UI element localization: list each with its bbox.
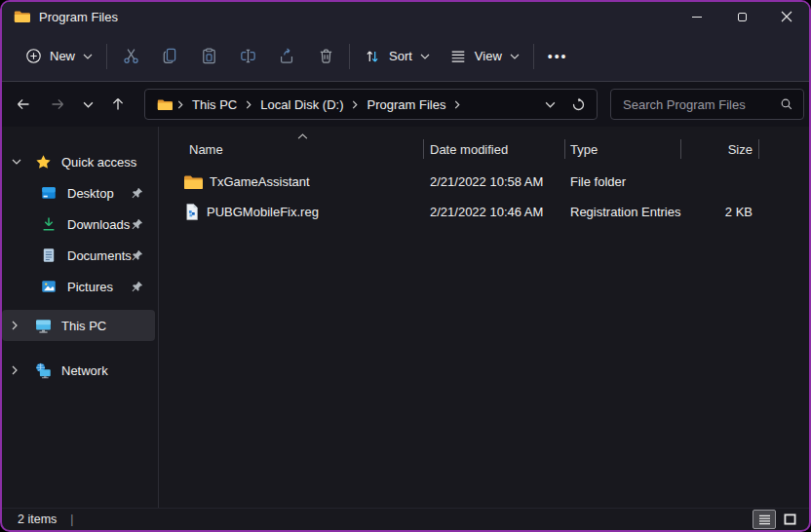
address-dropdown-button[interactable] bbox=[542, 101, 559, 108]
chevron-right-icon[interactable] bbox=[243, 100, 254, 109]
copy-button[interactable] bbox=[150, 40, 189, 73]
sidebar-item-network[interactable]: Network bbox=[2, 355, 155, 386]
breadcrumb-program-files[interactable]: Program Files bbox=[361, 95, 451, 115]
minimize-icon bbox=[692, 17, 702, 18]
refresh-button[interactable] bbox=[568, 97, 589, 112]
file-list: Name Date modified Type Size TxGameAssis… bbox=[159, 127, 809, 508]
sidebar-item-quick-access[interactable]: Quick access bbox=[2, 146, 155, 177]
sidebar-item-label: Downloads bbox=[67, 217, 130, 232]
window-title: Program Files bbox=[39, 10, 118, 24]
chevron-right-icon[interactable] bbox=[174, 100, 186, 109]
toolbar-separator bbox=[533, 44, 534, 69]
share-icon bbox=[278, 47, 296, 65]
file-type: File folder bbox=[565, 174, 681, 189]
sidebar-item-label: Network bbox=[61, 363, 108, 378]
cut-button[interactable] bbox=[111, 40, 150, 73]
maximize-button[interactable] bbox=[719, 2, 764, 31]
sidebar-item-documents[interactable]: Documents bbox=[2, 240, 155, 271]
network-icon bbox=[33, 361, 53, 380]
sidebar: Quick access Desktop Downloads Documents… bbox=[2, 127, 158, 508]
downloads-icon bbox=[39, 214, 58, 234]
sidebar-item-label: Documents bbox=[67, 248, 132, 263]
chevron-down-icon bbox=[83, 101, 94, 108]
sidebar-item-label: Quick access bbox=[61, 155, 136, 170]
share-button[interactable] bbox=[267, 40, 306, 73]
breadcrumb-bar[interactable]: This PC Local Disk (D:) Program Files bbox=[144, 89, 598, 120]
file-type: Registration Entries bbox=[565, 205, 681, 219]
file-size: 2 KB bbox=[681, 205, 759, 219]
search-input[interactable] bbox=[621, 96, 780, 113]
arrow-left-icon bbox=[16, 96, 31, 112]
close-button[interactable] bbox=[764, 2, 809, 31]
pin-icon bbox=[131, 187, 143, 200]
pin-icon bbox=[131, 218, 143, 231]
toolbar-separator bbox=[349, 44, 350, 69]
new-button[interactable]: New bbox=[16, 42, 102, 70]
sort-arrows-icon bbox=[364, 48, 381, 65]
arrow-up-icon bbox=[110, 96, 126, 112]
file-row[interactable]: TxGameAssistant 2/21/2022 10:58 AM File … bbox=[159, 167, 809, 197]
desktop-icon bbox=[39, 183, 58, 203]
status-bar: 2 items | bbox=[2, 508, 809, 530]
close-icon bbox=[781, 11, 792, 22]
sidebar-item-label: Pictures bbox=[67, 280, 113, 294]
file-row[interactable]: PUBGMobileFix.reg 2/21/2022 10:46 AM Reg… bbox=[159, 197, 809, 227]
folder-icon bbox=[14, 10, 30, 23]
sidebar-item-pictures[interactable]: Pictures bbox=[2, 271, 155, 302]
maximize-icon bbox=[738, 13, 747, 21]
file-date-modified: 2/21/2022 10:46 AM bbox=[424, 205, 565, 219]
chevron-down-icon bbox=[83, 54, 93, 59]
paste-icon bbox=[200, 47, 218, 65]
view-button[interactable]: View bbox=[440, 42, 529, 71]
sort-button[interactable]: Sort bbox=[354, 42, 440, 71]
more-options-button[interactable]: ••• bbox=[538, 44, 578, 69]
items-count: 2 items bbox=[18, 513, 57, 526]
sidebar-item-this-pc[interactable]: This PC bbox=[2, 310, 155, 341]
plus-circle-icon bbox=[25, 48, 42, 64]
trash-icon bbox=[317, 47, 335, 65]
column-header-name[interactable]: Name bbox=[159, 136, 424, 162]
back-button[interactable] bbox=[10, 90, 37, 119]
forward-button[interactable] bbox=[44, 90, 71, 119]
chevron-down-icon bbox=[420, 54, 430, 59]
breadcrumb-local-disk-d[interactable]: Local Disk (D:) bbox=[254, 95, 349, 115]
breadcrumb-this-pc[interactable]: This PC bbox=[186, 95, 243, 115]
scissors-icon bbox=[122, 47, 140, 65]
more-dots-icon: ••• bbox=[548, 50, 568, 63]
chevron-down-icon[interactable] bbox=[12, 159, 33, 165]
paste-button[interactable] bbox=[189, 40, 228, 73]
star-icon bbox=[33, 152, 53, 171]
search-box bbox=[610, 89, 804, 120]
column-header-type[interactable]: Type bbox=[565, 136, 681, 162]
view-button-label: View bbox=[475, 49, 502, 63]
up-button[interactable] bbox=[104, 90, 132, 119]
pin-icon bbox=[131, 249, 143, 262]
sidebar-item-label: Desktop bbox=[67, 186, 114, 201]
registry-file-icon bbox=[183, 203, 200, 221]
file-name: PUBGMobileFix.reg bbox=[207, 205, 319, 219]
folder-icon bbox=[183, 174, 203, 190]
rename-button[interactable] bbox=[228, 40, 267, 73]
column-header-size[interactable]: Size bbox=[681, 136, 759, 162]
thumbnails-view-button[interactable] bbox=[778, 510, 801, 529]
details-view-icon bbox=[758, 514, 771, 525]
title-bar[interactable]: Program Files bbox=[2, 2, 809, 31]
sidebar-item-downloads[interactable]: Downloads bbox=[2, 209, 155, 240]
recent-locations-button[interactable] bbox=[78, 90, 97, 119]
chevron-right-icon[interactable] bbox=[12, 321, 33, 330]
copy-icon bbox=[161, 47, 179, 65]
delete-button[interactable] bbox=[306, 40, 345, 73]
column-headers: Name Date modified Type Size bbox=[159, 136, 809, 162]
chevron-right-icon[interactable] bbox=[451, 100, 463, 109]
details-view-button[interactable] bbox=[753, 510, 776, 529]
address-bar: This PC Local Disk (D:) Program Files bbox=[2, 82, 809, 127]
chevron-right-icon[interactable] bbox=[12, 365, 33, 375]
chevron-right-icon[interactable] bbox=[349, 100, 361, 109]
file-date-modified: 2/21/2022 10:58 AM bbox=[424, 174, 565, 189]
chevron-down-icon bbox=[510, 54, 520, 59]
pin-icon bbox=[131, 281, 143, 293]
location-folder-icon[interactable] bbox=[155, 98, 174, 111]
sidebar-item-desktop[interactable]: Desktop bbox=[2, 177, 155, 209]
minimize-button[interactable] bbox=[675, 2, 719, 31]
column-header-date-modified[interactable]: Date modified bbox=[424, 136, 565, 162]
